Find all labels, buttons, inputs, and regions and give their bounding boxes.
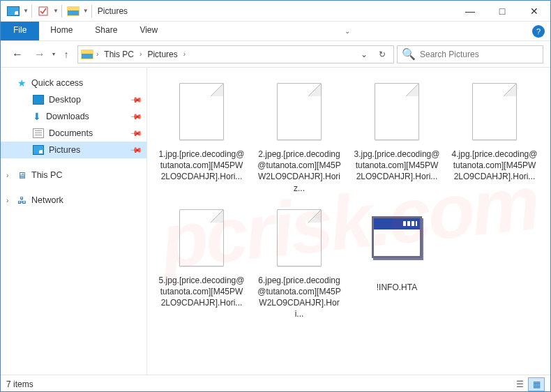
chevron-right-icon[interactable]: ›	[182, 50, 187, 58]
sidebar-item-desktop[interactable]: Desktop 📌	[1, 91, 146, 108]
sidebar-item-label: Documents	[49, 128, 93, 138]
up-button[interactable]: ↑	[58, 46, 75, 63]
sidebar-item-label: Downloads	[46, 112, 89, 121]
chevron-right-icon[interactable]: ›	[6, 172, 8, 179]
ribbon: File Home Share View ⌄ ?	[1, 22, 550, 41]
file-name-label: !INFO.HTA	[354, 282, 440, 293]
sidebar-item-label: Pictures	[49, 145, 80, 155]
tab-view[interactable]: View	[128, 22, 169, 40]
history-dropdown-icon[interactable]: ▾	[52, 51, 55, 57]
properties-icon[interactable]	[37, 6, 50, 16]
breadcrumb-pictures[interactable]: Pictures	[144, 48, 180, 61]
separator	[31, 5, 32, 17]
navigation-pane[interactable]: ★ Quick access Desktop 📌 ⬇ Downloads 📌 D…	[1, 68, 147, 375]
file-name-label: 5.jpg.[price.decoding@tutanota.com][M45P…	[158, 275, 245, 309]
back-button[interactable]: ←	[8, 45, 27, 64]
file-item[interactable]: 1.jpg.[price.decoding@tutanota.com][M45P…	[154, 77, 249, 198]
sidebar-quick-access[interactable]: ★ Quick access	[1, 75, 146, 91]
icons-view-button[interactable]: ▦	[528, 377, 545, 391]
qa-dropdown-icon[interactable]: ▼	[23, 8, 29, 14]
chevron-right-icon[interactable]: ›	[6, 197, 8, 204]
pin-icon: 📌	[129, 93, 142, 106]
ribbon-collapse-icon[interactable]: ⌄	[345, 27, 350, 35]
search-box[interactable]: 🔍	[397, 45, 543, 63]
hta-file-icon	[372, 216, 422, 278]
star-icon: ★	[17, 77, 27, 89]
file-item[interactable]: 2.jpeg.[price.decoding@tutanota.com][M45…	[252, 77, 347, 198]
generic-file-icon	[176, 209, 227, 271]
tab-home[interactable]: Home	[39, 22, 84, 40]
sidebar-item-downloads[interactable]: ⬇ Downloads 📌	[1, 108, 146, 125]
sidebar-item-label: Desktop	[49, 95, 81, 105]
title-bar: ▼ ▼ ▼ Pictures — □ ✕	[1, 1, 550, 22]
refresh-icon[interactable]: ↻	[374, 50, 391, 59]
sidebar-item-label: This PC	[31, 170, 62, 180]
address-dropdown-icon[interactable]: ⌄	[356, 50, 372, 59]
chevron-right-icon[interactable]: ›	[138, 50, 143, 58]
file-name-label: 4.jpg.[price.decoding@tutanota.com][M45P…	[451, 149, 538, 183]
sidebar-item-label: Quick access	[31, 78, 83, 88]
sidebar-item-documents[interactable]: Documents 📌	[1, 125, 146, 142]
status-bar: 7 items ☰ ▦	[1, 375, 550, 392]
address-bar[interactable]: › This PC › Pictures › ⌄ ↻	[77, 45, 394, 63]
minimize-button[interactable]: —	[454, 1, 486, 22]
pin-icon: 📌	[129, 110, 142, 123]
qa-dropdown-icon-2[interactable]: ▼	[53, 8, 59, 14]
separator	[61, 5, 62, 17]
main-area: ★ Quick access Desktop 📌 ⬇ Downloads 📌 D…	[1, 68, 550, 375]
generic-file-icon	[469, 83, 520, 144]
search-icon: 🔍	[402, 47, 416, 61]
file-name-label: 2.jpeg.[price.decoding@tutanota.com][M45…	[256, 149, 342, 194]
desktop-icon	[33, 95, 44, 105]
help-icon[interactable]: ?	[532, 25, 545, 38]
downloads-icon: ⬇	[33, 111, 41, 122]
file-name-label: 6.jpeg.[price.decoding@tutanota.com][M45…	[256, 275, 342, 320]
file-list[interactable]: 1.jpg.[price.decoding@tutanota.com][M45P…	[147, 68, 550, 375]
window-title: Pictures	[98, 6, 128, 16]
close-button[interactable]: ✕	[518, 1, 550, 22]
pin-icon: 📌	[129, 143, 142, 156]
sidebar-network[interactable]: › 🖧 Network	[1, 192, 146, 209]
documents-icon	[33, 128, 44, 138]
file-name-label: 3.jpg.[price.decoding@tutanota.com][M45P…	[354, 149, 440, 183]
search-input[interactable]	[420, 50, 538, 59]
generic-file-icon	[274, 209, 324, 271]
breadcrumb-this-pc[interactable]: This PC	[101, 48, 137, 61]
file-item[interactable]: 5.jpg.[price.decoding@tutanota.com][M45P…	[154, 204, 249, 324]
chevron-right-icon[interactable]: ›	[95, 50, 100, 58]
generic-file-icon	[372, 83, 422, 144]
item-count: 7 items	[6, 379, 33, 389]
maximize-button[interactable]: □	[486, 1, 518, 22]
pictures-icon	[33, 145, 44, 155]
tab-share[interactable]: Share	[84, 22, 128, 40]
location-icon	[81, 50, 93, 59]
generic-file-icon	[274, 83, 324, 144]
pc-icon: 🖥	[17, 170, 27, 181]
sidebar-this-pc[interactable]: › 🖥 This PC	[1, 167, 146, 183]
folder-icon[interactable]	[67, 6, 80, 16]
forward-button[interactable]: →	[30, 45, 50, 64]
navigation-bar: ← → ▾ ↑ › This PC › Pictures › ⌄ ↻ 🔍	[1, 41, 550, 68]
file-item[interactable]: 4.jpg.[price.decoding@tutanota.com][M45P…	[447, 77, 542, 198]
file-name-label: 1.jpg.[price.decoding@tutanota.com][M45P…	[158, 149, 245, 183]
file-menu[interactable]: File	[1, 22, 39, 40]
network-icon: 🖧	[17, 195, 27, 206]
file-item[interactable]: 6.jpeg.[price.decoding@tutanota.com][M45…	[252, 204, 347, 324]
sidebar-item-label: Network	[31, 195, 63, 205]
file-item[interactable]: !INFO.HTA	[349, 204, 444, 324]
generic-file-icon	[176, 83, 227, 144]
pin-icon: 📌	[129, 126, 142, 140]
separator	[91, 5, 92, 17]
explorer-app-icon	[7, 6, 20, 16]
svg-rect-0	[39, 7, 47, 15]
qa-customize-icon[interactable]: ▼	[83, 8, 89, 14]
sidebar-item-pictures[interactable]: Pictures 📌	[1, 142, 146, 158]
file-item[interactable]: 3.jpg.[price.decoding@tutanota.com][M45P…	[349, 77, 444, 198]
details-view-button[interactable]: ☰	[511, 377, 528, 391]
